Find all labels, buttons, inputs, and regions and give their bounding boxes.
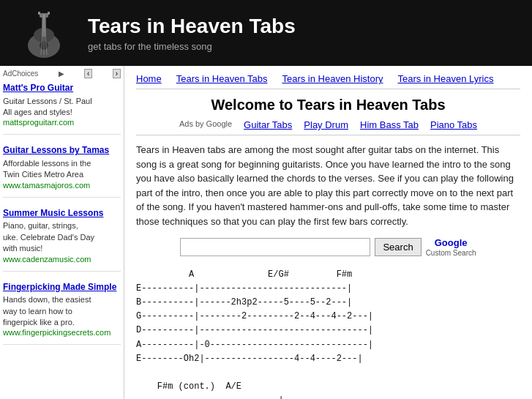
sidebar: AdChoices ▶ ‹ › Matt's Pro Guitar Guitar… (0, 66, 124, 399)
ad-choices-icon: ▶ (59, 70, 64, 78)
ads-by-google-label: Ads by Google (179, 119, 232, 130)
custom-search-label: Custom Search (426, 249, 476, 258)
search-input[interactable] (180, 238, 370, 256)
nav-tabs[interactable]: Tears in Heaven Tabs (176, 73, 268, 84)
nav-lyrics[interactable]: Tears in Heaven Lyrics (397, 73, 493, 84)
google-logo-text: Google (435, 237, 468, 249)
sidebar-ad-1: Matt's Pro Guitar Guitar Lessons / St. P… (3, 83, 121, 135)
ad-next-button[interactable]: › (113, 69, 121, 78)
sidebar-ad-2: Guitar Lessons by Tamas Affordable lesso… (3, 145, 121, 197)
main-layout: AdChoices ▶ ‹ › Matt's Pro Guitar Guitar… (0, 66, 532, 399)
site-title: Tears in Heaven Tabs (88, 15, 296, 38)
header-text: Tears in Heaven Tabs get tabs for the ti… (88, 15, 296, 52)
sec-nav-piano-tabs[interactable]: Piano Tabs (430, 119, 477, 130)
sidebar-ad-4-url: www.fingerpickingsecrets.com (3, 328, 121, 337)
sidebar-ad-4: Fingerpicking Made Simple Hands down, th… (3, 282, 121, 346)
site-subtitle: get tabs for the timeless song (88, 41, 296, 52)
ad-choices-label: AdChoices (3, 70, 38, 78)
sec-nav-play-drum[interactable]: Play Drum (304, 119, 348, 130)
guitar-icon (15, 7, 73, 59)
sidebar-ad-2-title[interactable]: Guitar Lessons by Tamas (3, 145, 121, 157)
nav-home[interactable]: Home (136, 73, 162, 84)
sidebar-ad-3-desc: Piano, guitar, strings,uke. Celebrate Da… (3, 220, 121, 254)
ad-choices-bar: AdChoices ▶ ‹ › (3, 69, 121, 78)
content-area: Home Tears in Heaven Tabs Tears in Heave… (124, 66, 532, 399)
sidebar-ad-3-title[interactable]: Summer Music Lessons (3, 208, 121, 220)
sidebar-ad-1-url: mattsproguitarr.com (3, 118, 121, 127)
ad-prev-button[interactable]: ‹ (84, 69, 92, 78)
sidebar-ad-2-desc: Affordable lessons in theTwin Cities Met… (3, 158, 121, 181)
body-text: Tears in Heaven tabs are among the most … (136, 143, 520, 228)
search-button[interactable]: Search (375, 238, 421, 256)
tab-content: A E/G# F#m E----------|-----------------… (136, 268, 520, 399)
svg-rect-4 (38, 12, 40, 15)
page-title: Welcome to Tears in Heaven Tabs (136, 97, 520, 113)
secondary-nav: Ads by Google Guitar Tabs Play Drum Him … (136, 119, 520, 135)
sidebar-ad-1-desc: Guitar Lessons / St. PaulAll ages and st… (3, 96, 121, 119)
sec-nav-guitar-tabs[interactable]: Guitar Tabs (244, 119, 292, 130)
site-header: Tears in Heaven Tabs get tabs for the ti… (0, 0, 532, 66)
svg-rect-5 (48, 12, 50, 15)
sidebar-ad-4-desc: Hands down, the easiestway to learn how … (3, 294, 121, 328)
nav-history[interactable]: Tears in Heaven History (282, 73, 383, 84)
sidebar-ad-3-url: www.cadenzamusic.com (3, 255, 121, 264)
sidebar-ad-4-title[interactable]: Fingerpicking Made Simple (3, 282, 121, 294)
search-row: Search Google Custom Search (136, 237, 520, 258)
sidebar-ad-3: Summer Music Lessons Piano, guitar, stri… (3, 208, 121, 272)
google-custom-search: Google Custom Search (426, 237, 476, 258)
main-nav: Home Tears in Heaven Tabs Tears in Heave… (136, 73, 520, 89)
sidebar-ad-2-url: www.tamasmajoros.com (3, 181, 121, 190)
sec-nav-him-bass-tab[interactable]: Him Bass Tab (360, 119, 419, 130)
sidebar-ad-1-title[interactable]: Matt's Pro Guitar (3, 83, 121, 94)
